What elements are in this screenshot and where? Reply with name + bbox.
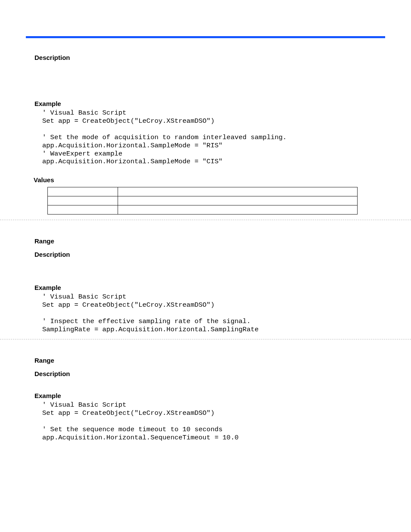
table-cell xyxy=(48,196,118,205)
code-block: ' Visual Basic Script Set app = CreateOb… xyxy=(42,293,385,334)
heading-values: Values xyxy=(26,176,385,184)
top-rule xyxy=(26,36,385,38)
table-cell xyxy=(118,205,358,215)
table-cell xyxy=(48,205,118,215)
table-row xyxy=(48,196,358,205)
values-table xyxy=(47,187,358,215)
heading-example: Example xyxy=(26,100,385,107)
table-row xyxy=(48,205,358,215)
heading-example: Example xyxy=(26,392,385,399)
heading-description: Description xyxy=(26,370,385,377)
heading-range: Range xyxy=(26,237,385,245)
divider-dashed xyxy=(0,339,411,339)
table-row xyxy=(48,187,358,196)
table-cell xyxy=(48,187,118,196)
code-block: ' Visual Basic Script Set app = CreateOb… xyxy=(42,401,385,442)
heading-description: Description xyxy=(26,54,385,61)
table-cell xyxy=(118,187,358,196)
code-block: ' Visual Basic Script Set app = CreateOb… xyxy=(42,109,385,166)
divider-dashed xyxy=(0,220,411,220)
heading-description: Description xyxy=(26,251,385,258)
heading-example: Example xyxy=(26,284,385,291)
page: Description Example ' Visual Basic Scrip… xyxy=(0,36,411,532)
table-cell xyxy=(118,196,358,205)
heading-range: Range xyxy=(26,357,385,364)
